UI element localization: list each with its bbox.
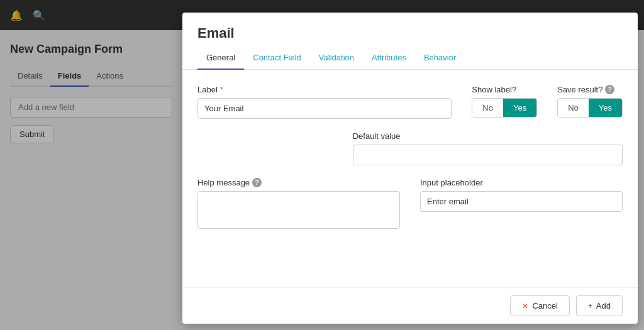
row-help-placeholder: Help message ? Input placeholder bbox=[197, 178, 623, 229]
save-result-label: Save result? ? bbox=[557, 85, 623, 94]
default-value-col: Default value bbox=[353, 131, 623, 165]
cancel-icon: ✕ bbox=[522, 302, 528, 311]
empty-col bbox=[197, 131, 333, 165]
cancel-button[interactable]: ✕ Cancel bbox=[510, 295, 569, 316]
show-label-yes[interactable]: Yes bbox=[503, 99, 536, 117]
modal-footer: ✕ Cancel + Add bbox=[182, 287, 638, 324]
show-label-toggle: No Yes bbox=[472, 98, 537, 118]
modal-dialog: Email General Contact Field Validation A… bbox=[182, 13, 638, 324]
save-result-help-icon[interactable]: ? bbox=[605, 85, 614, 94]
label-input[interactable] bbox=[197, 98, 452, 119]
tab-attributes[interactable]: Attributes bbox=[363, 47, 415, 70]
row-default-value: Default value bbox=[197, 131, 623, 165]
input-placeholder-label: Input placeholder bbox=[420, 178, 623, 187]
modal-title: Email bbox=[197, 25, 623, 41]
tab-behavior[interactable]: Behavior bbox=[415, 47, 465, 70]
add-icon: + bbox=[588, 302, 592, 311]
save-result-no[interactable]: No bbox=[558, 99, 589, 117]
input-placeholder-col: Input placeholder bbox=[420, 178, 623, 229]
show-label-label: Show label? bbox=[472, 85, 537, 94]
tab-contact-field[interactable]: Contact Field bbox=[244, 47, 310, 70]
help-message-label: Help message ? bbox=[197, 178, 400, 187]
add-button[interactable]: + Add bbox=[576, 295, 623, 316]
input-placeholder-input[interactable] bbox=[420, 191, 623, 212]
save-result-toggle: No Yes bbox=[557, 98, 623, 118]
tab-validation[interactable]: Validation bbox=[310, 47, 363, 70]
help-message-help-icon[interactable]: ? bbox=[252, 178, 262, 187]
modal-body: Label * Show label? No Yes Save result? … bbox=[182, 70, 638, 287]
label-field-label: Label * bbox=[197, 85, 452, 94]
modal-tabs: General Contact Field Validation Attribu… bbox=[182, 47, 638, 70]
default-value-label: Default value bbox=[353, 131, 623, 141]
save-result-col: Save result? ? No Yes bbox=[557, 85, 623, 119]
save-result-yes[interactable]: Yes bbox=[589, 99, 622, 117]
label-field-col: Label * bbox=[197, 85, 452, 119]
help-message-col: Help message ? bbox=[197, 178, 400, 229]
default-value-input[interactable] bbox=[353, 145, 623, 165]
show-label-no[interactable]: No bbox=[472, 99, 503, 117]
required-indicator: * bbox=[220, 85, 223, 94]
tab-general[interactable]: General bbox=[197, 47, 244, 70]
help-message-input[interactable] bbox=[197, 191, 400, 229]
row-label-and-toggles: Label * Show label? No Yes Save result? … bbox=[197, 85, 623, 119]
show-label-col: Show label? No Yes bbox=[472, 85, 537, 119]
modal-header: Email bbox=[182, 13, 638, 41]
